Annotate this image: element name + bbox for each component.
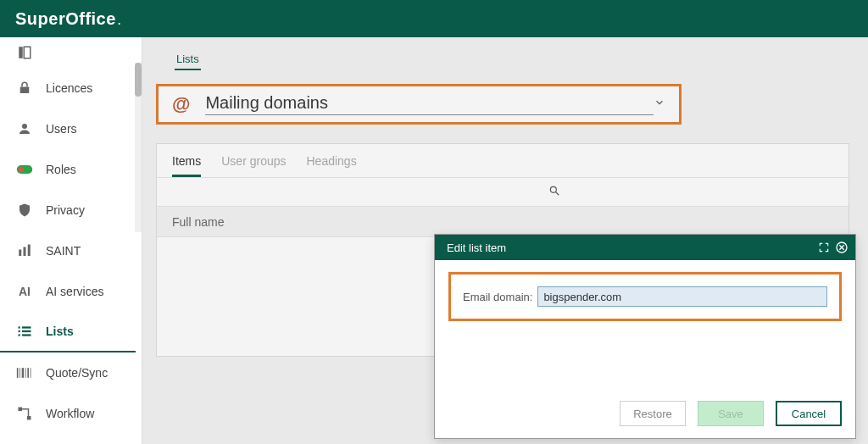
workflow-icon: [15, 404, 34, 423]
svg-rect-19: [27, 368, 29, 378]
grid-header: Full name: [157, 207, 849, 237]
sidebar-item-top[interactable]: [0, 37, 136, 68]
at-icon: @: [172, 93, 190, 115]
sidebar-item-label: Workflow: [46, 407, 94, 420]
shield-icon: [15, 201, 34, 219]
sidebar-item-roles[interactable]: Roles: [0, 149, 136, 190]
sidebar: Licences Users Roles: [0, 37, 142, 444]
sidebar-item-users[interactable]: Users: [0, 108, 136, 149]
svg-point-5: [19, 167, 25, 173]
sidebar-item-workflow[interactable]: Workflow: [0, 393, 136, 434]
search-icon[interactable]: [548, 185, 560, 200]
sidebar-item-saint[interactable]: SAINT: [0, 230, 136, 271]
cancel-button[interactable]: Cancel: [776, 401, 842, 426]
sidebar-item-lists[interactable]: Lists: [0, 312, 136, 352]
sidebar-item-label: Quote/Sync: [46, 366, 108, 380]
sidebar-item-label: AI services: [46, 285, 103, 298]
svg-rect-8: [28, 245, 31, 257]
sidebar-item-quote[interactable]: Quote/Sync: [0, 352, 136, 393]
field-frame: Email domain:: [448, 272, 842, 321]
main-content: Lists @ Mailing domains Items User group…: [142, 37, 868, 444]
panel-icon: [15, 43, 34, 62]
svg-rect-17: [22, 368, 25, 378]
dialog-title-text: Edit list item: [447, 241, 506, 254]
dialog-titlebar: Edit list item: [435, 235, 855, 260]
barcode-icon: [15, 364, 34, 382]
topbar: SuperOffice.: [0, 0, 868, 37]
search-row: [157, 178, 849, 207]
sidebar-item-label: Privacy: [46, 203, 85, 217]
save-button[interactable]: Save: [698, 401, 764, 426]
list-selector-label: Mailing domains: [205, 93, 654, 115]
svg-rect-7: [24, 247, 26, 257]
sidebar-item-label: Lists: [46, 325, 74, 338]
svg-rect-16: [19, 368, 20, 378]
subtab-headings[interactable]: Headings: [307, 154, 357, 177]
subtab-items[interactable]: Items: [172, 154, 201, 177]
ai-icon: AI: [15, 282, 34, 301]
email-domain-label: Email domain:: [463, 291, 532, 303]
svg-point-23: [550, 186, 556, 192]
user-icon: [15, 119, 34, 138]
list-selector[interactable]: @ Mailing domains: [156, 84, 682, 125]
sidebar-item-label: Users: [46, 122, 77, 136]
toggle-icon: [15, 160, 34, 179]
svg-point-3: [22, 124, 27, 129]
sidebar-item-label: Roles: [46, 163, 76, 176]
chart-icon: [15, 241, 34, 260]
close-icon[interactable]: [835, 241, 849, 254]
lock-icon: [15, 79, 34, 97]
subtab-usergroups[interactable]: User groups: [221, 154, 286, 177]
email-domain-input[interactable]: [537, 286, 827, 307]
sidebar-item-ai[interactable]: AI AI services: [0, 271, 136, 312]
svg-rect-20: [31, 368, 31, 378]
dialog-actions: Restore Save Cancel: [435, 401, 855, 438]
edit-list-item-dialog: Edit list item Email domain:: [434, 234, 856, 439]
svg-rect-0: [19, 47, 23, 58]
svg-rect-6: [19, 250, 21, 257]
list-icon: [15, 322, 34, 341]
scrollbar-thumb[interactable]: [135, 63, 142, 97]
sidebar-item-licences[interactable]: Licences: [0, 68, 136, 108]
svg-rect-1: [24, 47, 31, 58]
subtabs: Items User groups Headings: [157, 144, 849, 178]
sidebar-item-label: Licences: [46, 81, 92, 95]
brand-logo: SuperOffice.: [15, 9, 121, 29]
sidebar-item-privacy[interactable]: Privacy: [0, 190, 136, 230]
svg-rect-2: [20, 87, 30, 94]
chevron-down-icon: [654, 97, 665, 112]
svg-rect-21: [19, 408, 23, 412]
svg-rect-15: [17, 368, 19, 378]
maximize-icon[interactable]: [818, 241, 830, 253]
restore-button[interactable]: Restore: [620, 401, 686, 426]
tab-lists[interactable]: Lists: [175, 49, 201, 70]
dialog-body: Email domain:: [435, 260, 855, 401]
svg-rect-18: [25, 368, 26, 378]
svg-line-24: [556, 191, 559, 195]
main-top-tabs: Lists: [156, 49, 854, 70]
column-fullname[interactable]: Full name: [172, 215, 224, 229]
sidebar-item-label: SAINT: [46, 244, 81, 258]
